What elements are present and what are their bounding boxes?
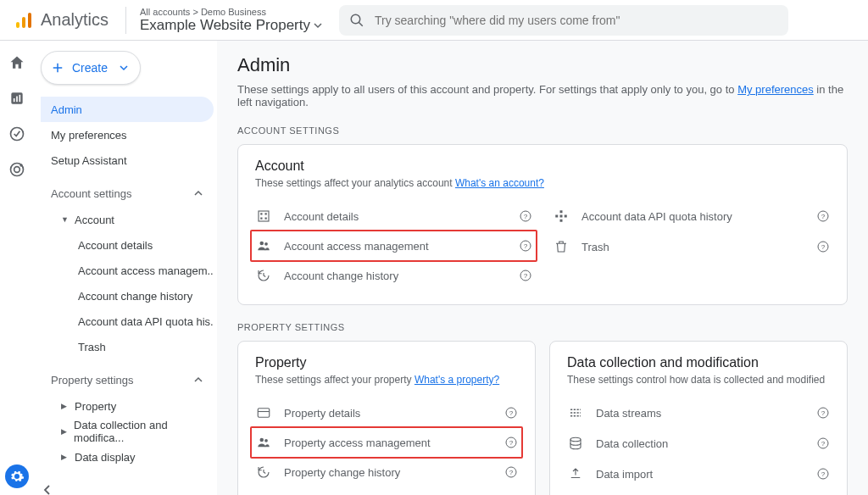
card-description: These settings control how data is colle… xyxy=(567,374,830,386)
card-description: These settings affect your analytics acc… xyxy=(255,177,830,189)
my-preferences-link[interactable]: My preferences xyxy=(737,83,814,96)
sidebar-item-admin[interactable]: Admin xyxy=(41,97,214,122)
svg-rect-32 xyxy=(565,215,567,218)
create-button[interactable]: Create xyxy=(41,51,141,85)
help-icon[interactable]: ? xyxy=(519,239,532,253)
sidebar-item-account-data-api-quota[interactable]: Account data API quota his... xyxy=(54,309,214,334)
sidebar-item-trash[interactable]: Trash xyxy=(54,334,214,359)
svg-text:?: ? xyxy=(509,469,514,476)
chevron-up-icon xyxy=(193,188,203,198)
help-icon[interactable]: ? xyxy=(816,406,830,420)
property-access-management-link[interactable]: Property access management ? xyxy=(250,426,523,459)
sidebar-item-label: Admin xyxy=(51,103,82,116)
sidebar-group-account[interactable]: ▼Account xyxy=(54,207,214,232)
whats-a-property-link[interactable]: What's a property? xyxy=(415,374,499,386)
create-label: Create xyxy=(72,61,108,75)
svg-rect-19 xyxy=(265,218,267,220)
sidebar-group-data-collection[interactable]: ▶Data collection and modifica... xyxy=(54,419,214,444)
sidebar-section-property-settings[interactable]: Property settings xyxy=(41,366,214,393)
help-icon[interactable]: ? xyxy=(816,209,830,223)
account-settings-section-label: ACCOUNT SETTINGS xyxy=(237,125,848,136)
svg-rect-31 xyxy=(555,215,558,218)
search-box[interactable] xyxy=(339,5,788,36)
help-icon[interactable]: ? xyxy=(816,437,830,450)
svg-text:?: ? xyxy=(524,213,528,220)
data-streams-link[interactable]: Data streams ? xyxy=(567,398,830,428)
sidebar-item-setup-assistant[interactable]: Setup Assistant xyxy=(41,147,214,173)
caret-down-icon xyxy=(120,64,128,72)
link-label: Trash xyxy=(581,241,804,253)
home-icon[interactable] xyxy=(8,54,25,71)
plus-icon xyxy=(50,60,65,75)
help-icon[interactable]: ? xyxy=(504,465,518,479)
sidebar-item-account-access-management[interactable]: Account access managem... xyxy=(54,258,214,283)
sidebar-section-account-settings[interactable]: Account settings xyxy=(41,180,214,207)
property-card: Property These settings affect your prop… xyxy=(237,341,536,495)
triangle-down-icon: ▼ xyxy=(61,215,70,224)
help-icon[interactable]: ? xyxy=(504,436,518,449)
help-icon[interactable]: ? xyxy=(504,406,518,420)
sidebar-item-account-details[interactable]: Account details xyxy=(54,232,214,258)
account-details-link[interactable]: Account details ? xyxy=(255,201,532,231)
left-icon-rail xyxy=(0,41,34,495)
data-collection-link[interactable]: Data collection ? xyxy=(567,428,830,459)
property-name-dropdown[interactable]: Example Website Property xyxy=(140,17,322,34)
triangle-right-icon: ▶ xyxy=(61,402,70,410)
help-icon[interactable]: ? xyxy=(816,467,830,481)
data-import-link[interactable]: Data import ? xyxy=(567,459,830,489)
card-icon xyxy=(255,404,272,421)
admin-gear-icon[interactable] xyxy=(5,464,29,488)
sidebar-item-my-preferences[interactable]: My preferences xyxy=(41,122,214,147)
svg-point-59 xyxy=(570,437,581,442)
account-change-history-link[interactable]: Account change history ? xyxy=(255,260,532,291)
svg-point-23 xyxy=(264,242,268,246)
group-label: Data collection and modifica... xyxy=(74,419,207,444)
account-picker[interactable]: All accounts > Demo Business Example Web… xyxy=(125,7,322,34)
sidebar-group-data-display[interactable]: ▶Data display xyxy=(54,444,214,470)
svg-text:?: ? xyxy=(821,470,826,478)
sidebar-item-label: Setup Assistant xyxy=(51,154,127,167)
help-icon[interactable]: ? xyxy=(816,240,830,253)
account-card: Account These settings affect your analy… xyxy=(237,144,848,305)
chevron-up-icon xyxy=(193,375,203,385)
triangle-right-icon: ▶ xyxy=(61,453,70,461)
property-name-label: Example Website Property xyxy=(140,17,310,34)
data-retention-link[interactable]: Data retention ? xyxy=(567,489,830,495)
card-title: Data collection and modification xyxy=(567,355,830,370)
svg-text:?: ? xyxy=(821,243,826,251)
logo[interactable]: Analytics xyxy=(14,10,108,31)
collapse-sidebar-button[interactable] xyxy=(41,483,214,495)
svg-rect-37 xyxy=(258,409,270,418)
property-api-quota-link[interactable]: Property data API quota history ? xyxy=(255,487,518,495)
svg-rect-7 xyxy=(16,97,18,103)
sidebar-group-property[interactable]: ▶Property xyxy=(54,393,214,419)
breadcrumb: All accounts > Demo Business xyxy=(140,7,322,17)
explore-icon[interactable] xyxy=(8,125,25,142)
property-change-history-link[interactable]: Property change history ? xyxy=(255,457,518,487)
property-details-link[interactable]: Property details ? xyxy=(255,398,518,428)
svg-point-42 xyxy=(264,439,268,442)
link-label: Data collection xyxy=(596,437,804,450)
svg-text:?: ? xyxy=(509,409,514,417)
sidebar-item-account-change-history[interactable]: Account change history xyxy=(54,283,214,309)
help-icon[interactable]: ? xyxy=(519,269,532,282)
svg-point-41 xyxy=(260,438,264,442)
data-collection-card: Data collection and modification These s… xyxy=(549,341,848,495)
whats-an-account-link[interactable]: What's an account? xyxy=(455,177,544,189)
link-label: Account access management xyxy=(284,240,507,253)
account-access-management-link[interactable]: Account access management ? xyxy=(250,230,537,262)
account-api-quota-link[interactable]: Account data API quota history ? xyxy=(553,201,830,231)
link-label: Property details xyxy=(284,407,492,420)
card-description: These settings affect your property What… xyxy=(255,374,518,386)
section-label: Account settings xyxy=(51,187,131,200)
reports-icon[interactable] xyxy=(8,90,25,107)
svg-line-4 xyxy=(359,22,363,26)
svg-text:?: ? xyxy=(821,409,826,417)
svg-rect-6 xyxy=(14,98,15,102)
trash-link[interactable]: Trash ? xyxy=(553,231,830,262)
link-label: Data streams xyxy=(596,407,804,420)
search-input[interactable] xyxy=(375,14,778,27)
help-icon[interactable]: ? xyxy=(519,209,532,223)
advertising-icon[interactable] xyxy=(8,161,25,178)
sidebar-item-label: My preferences xyxy=(51,129,127,142)
